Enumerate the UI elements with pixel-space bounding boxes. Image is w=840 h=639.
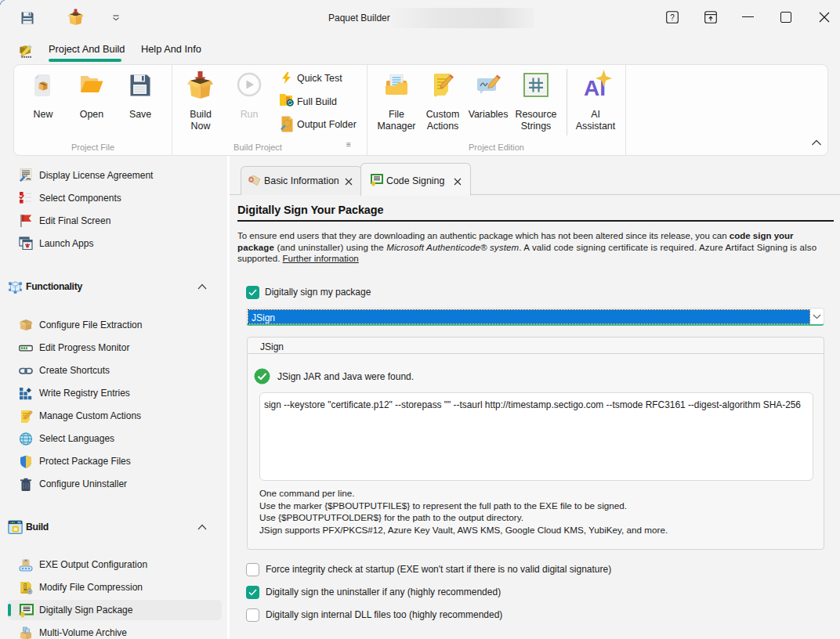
svg-text:?: ?: [670, 13, 675, 22]
